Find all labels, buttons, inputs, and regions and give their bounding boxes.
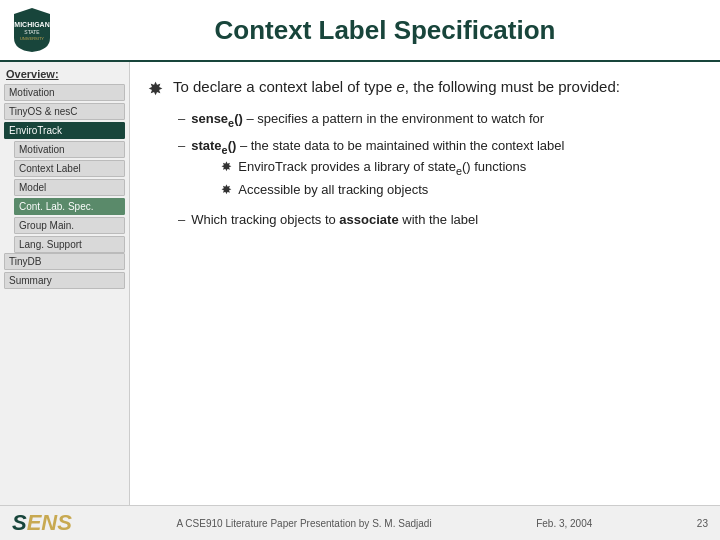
svg-text:MICHIGAN: MICHIGAN [14,21,49,28]
sidebar: Overview: Motivation TinyOS & nesC Envir… [0,62,130,505]
sub-sub-bullet-accessible: ✸ Accessible by all tracking objects [221,181,564,199]
dash-sense: – [178,110,185,128]
footer-logo: SENS [12,510,72,536]
sidebar-subitem-cont-lab-spec[interactable]: Cont. Lab. Spec. [14,198,125,215]
sub-bullet-associate-text: Which tracking objects to associate with… [191,211,478,229]
page-title: Context Label Specification [62,15,708,46]
footer-citation: A CSE910 Literature Paper Presentation b… [176,518,431,529]
main-bullet-text: To declare a context label of type e, th… [173,76,620,97]
sub-sub-text-library: EnviroTrack provides a library of statee… [238,158,526,179]
main-bullet: ✸ To declare a context label of type e, … [148,76,702,100]
sidebar-subitem-motivation[interactable]: Motivation [14,141,125,158]
sub-sub-bullets: ✸ EnviroTrack provides a library of stat… [221,158,564,200]
sidebar-subitem-lang-support[interactable]: Lang. Support [14,236,125,253]
footer-date: Feb. 3, 2004 [536,518,592,529]
sub-sub-star-1: ✸ [221,158,232,176]
sub-bullet-state-text: statee() – the state data to be maintain… [191,138,564,153]
sidebar-subitem-context-label[interactable]: Context Label [14,160,125,177]
sub-bullet-sense-text: sensee() – specifies a pattern in the en… [191,110,544,131]
sub-bullet-sense: – sensee() – specifies a pattern in the … [178,110,702,131]
footer-page: 23 [697,518,708,529]
footer-logo-ens: ENS [27,510,72,535]
sub-sub-star-2: ✸ [221,181,232,199]
dash-state: – [178,137,185,155]
sub-bullet-associate: – Which tracking objects to associate wi… [178,211,702,229]
dash-associate: – [178,211,185,229]
footer: SENS A CSE910 Literature Paper Presentat… [0,505,720,540]
sub-sub-bullet-library: ✸ EnviroTrack provides a library of stat… [221,158,564,179]
msu-logo: MICHIGAN STATE UNIVERSITY [12,6,52,54]
main-layout: Overview: Motivation TinyOS & nesC Envir… [0,62,720,505]
svg-text:STATE: STATE [24,29,40,35]
overview-label: Overview: [4,68,125,80]
sidebar-item-summary[interactable]: Summary [4,272,125,289]
main-bullet-star: ✸ [148,78,163,100]
sidebar-item-motivation[interactable]: Motivation [4,84,125,101]
sidebar-item-envirotrack[interactable]: EnviroTrack [4,122,125,139]
content-area: ✸ To declare a context label of type e, … [130,62,720,505]
sub-bullet-state: – statee() – the state data to be mainta… [178,137,702,206]
sub-bullet-state-content: statee() – the state data to be maintain… [191,137,564,206]
sub-sub-text-accessible: Accessible by all tracking objects [238,181,428,199]
sub-bullets: – sensee() – specifies a pattern in the … [178,110,702,230]
sidebar-subgroup-envirotrack: Motivation Context Label Model Cont. Lab… [4,141,125,253]
header: MICHIGAN STATE UNIVERSITY Context Label … [0,0,720,62]
sidebar-item-tinyos[interactable]: TinyOS & nesC [4,103,125,120]
sidebar-subitem-model[interactable]: Model [14,179,125,196]
sidebar-item-tinydb[interactable]: TinyDB [4,253,125,270]
sidebar-subitem-group-main[interactable]: Group Main. [14,217,125,234]
svg-text:UNIVERSITY: UNIVERSITY [20,36,44,41]
footer-logo-s: S [12,510,27,535]
